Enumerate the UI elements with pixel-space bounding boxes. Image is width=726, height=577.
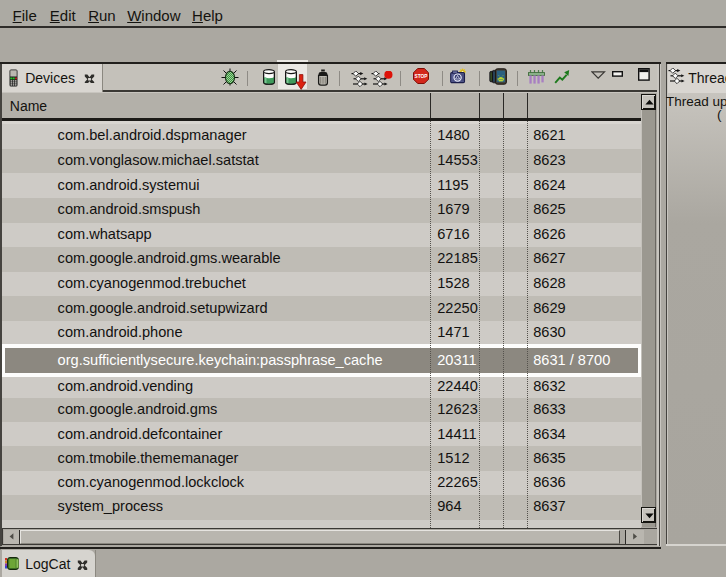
svg-text:STOP: STOP: [415, 74, 429, 79]
